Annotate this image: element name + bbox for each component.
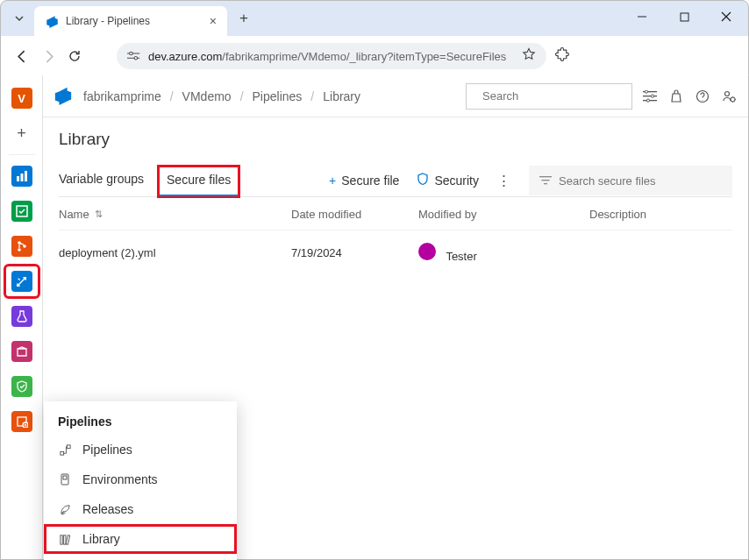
svg-point-13 [18, 248, 21, 252]
svg-rect-34 [63, 476, 67, 479]
svg-rect-10 [25, 171, 27, 181]
filter-secure-files[interactable] [529, 166, 732, 195]
svg-rect-9 [20, 174, 23, 181]
table-header: Name ⇅ Date modified Modified by Descrip… [59, 197, 732, 230]
plus-icon: + [329, 174, 336, 188]
tab-title: Library - Pipelines [66, 15, 203, 27]
flyout-title: Pipelines [44, 408, 237, 435]
flyout-item-releases[interactable]: Releases [44, 494, 237, 524]
global-search[interactable] [466, 83, 632, 110]
tabs-row: Variable groups Secure files + Secure fi… [59, 165, 732, 197]
left-navigation-rail: V + [1, 75, 43, 559]
svg-point-22 [645, 90, 647, 93]
flyout-item-library[interactable]: Library [44, 524, 237, 554]
svg-rect-32 [67, 444, 70, 448]
pipelines-flyout: Pipelines Pipelines Environments Release… [44, 401, 237, 560]
breadcrumb-page[interactable]: Library [323, 89, 360, 103]
svg-point-23 [651, 95, 653, 97]
environments-icon [58, 473, 72, 486]
svg-rect-35 [60, 535, 61, 543]
cell-name: deployment (2).yml [59, 246, 291, 259]
rail-pipelines[interactable] [5, 266, 39, 297]
svg-rect-31 [60, 451, 63, 455]
svg-rect-29 [542, 180, 550, 181]
svg-rect-36 [63, 535, 65, 543]
azure-devops-logo-icon[interactable] [54, 86, 75, 107]
svg-point-24 [646, 99, 649, 102]
svg-rect-5 [127, 58, 139, 59]
rail-artifacts[interactable] [5, 336, 39, 367]
avatar [418, 243, 436, 260]
add-secure-file-button[interactable]: + Secure file [329, 174, 399, 188]
tab-secure-files[interactable]: Secure files [160, 167, 238, 195]
rail-org[interactable]: V [5, 82, 39, 114]
tab-variable-groups[interactable]: Variable groups [59, 165, 144, 196]
rail-boards[interactable] [5, 195, 39, 227]
flyout-item-task-groups[interactable]: Task groups [44, 554, 237, 560]
minimize-icon[interactable] [627, 4, 657, 29]
svg-point-7 [134, 57, 138, 60]
column-description[interactable]: Description [589, 208, 732, 221]
breadcrumb-area[interactable]: Pipelines [253, 89, 303, 103]
svg-rect-8 [17, 176, 19, 181]
azure-devops-favicon-icon [45, 14, 59, 28]
tab-search-dropdown[interactable] [8, 5, 31, 32]
new-tab-button[interactable]: + [231, 10, 257, 27]
extensions-icon[interactable] [555, 47, 570, 66]
security-button[interactable]: Security [417, 173, 479, 188]
svg-rect-4 [127, 53, 139, 53]
maximize-icon[interactable] [669, 4, 699, 29]
help-icon[interactable] [694, 88, 711, 105]
svg-rect-30 [544, 183, 547, 184]
close-icon[interactable] [711, 4, 741, 29]
pipelines-icon [58, 443, 72, 457]
cell-date: 7/19/2024 [291, 246, 418, 259]
filter-input[interactable] [559, 174, 722, 188]
browser-chrome: Library - Pipelines × + dev.azure.com/fa… [0, 0, 749, 75]
svg-rect-1 [681, 13, 688, 21]
column-name[interactable]: Name ⇅ [59, 208, 291, 221]
browser-tab[interactable]: Library - Pipelines × [34, 6, 227, 36]
svg-rect-37 [66, 535, 69, 544]
rail-overview[interactable] [5, 160, 39, 192]
column-modified-by[interactable]: Modified by [418, 208, 589, 221]
shield-icon [417, 173, 429, 188]
svg-rect-20 [643, 96, 657, 96]
url-text: dev.azure.com/fabrikamprime/VMdemo/_libr… [148, 50, 515, 63]
user-settings-icon[interactable] [720, 88, 738, 105]
releases-icon [58, 503, 72, 516]
flyout-item-environments[interactable]: Environments [44, 464, 237, 494]
reload-button[interactable] [66, 47, 83, 65]
page-title: Library [59, 130, 732, 149]
svg-point-27 [731, 97, 735, 102]
table-row[interactable]: deployment (2).yml 7/19/2024 Tester [59, 230, 732, 275]
app-header: fabrikamprime / VMdemo / Pipelines / Lib… [43, 75, 748, 117]
breadcrumb-project[interactable]: VMdemo [182, 89, 232, 103]
rail-test-plans[interactable] [5, 301, 39, 332]
rail-compliance[interactable] [5, 371, 39, 402]
address-bar[interactable]: dev.azure.com/fabrikamprime/VMdemo/_libr… [117, 43, 546, 69]
cell-modified-by: Tester [418, 243, 589, 263]
library-icon [58, 533, 72, 546]
sort-icon: ⇅ [95, 209, 103, 220]
back-button[interactable] [13, 47, 31, 65]
svg-point-6 [130, 52, 133, 55]
flyout-item-pipelines[interactable]: Pipelines [44, 435, 237, 464]
shopping-bag-icon[interactable] [667, 88, 685, 105]
rail-extension[interactable] [5, 406, 39, 437]
column-date[interactable]: Date modified [291, 208, 418, 221]
bookmark-star-icon[interactable] [522, 47, 536, 65]
filter-settings-icon[interactable] [641, 88, 659, 105]
svg-rect-28 [539, 176, 552, 177]
filter-icon [539, 175, 552, 186]
more-actions-button[interactable]: ⋮ [496, 172, 511, 190]
rail-new[interactable]: + [5, 117, 39, 149]
global-search-input[interactable] [482, 89, 630, 103]
forward-button[interactable] [39, 47, 57, 65]
tab-close-icon[interactable]: × [210, 14, 217, 28]
rail-repos[interactable] [5, 230, 39, 262]
site-settings-icon[interactable] [127, 50, 141, 62]
svg-point-26 [725, 91, 730, 96]
breadcrumb-sep: / [170, 89, 174, 103]
breadcrumb-org[interactable]: fabrikamprime [83, 89, 161, 103]
